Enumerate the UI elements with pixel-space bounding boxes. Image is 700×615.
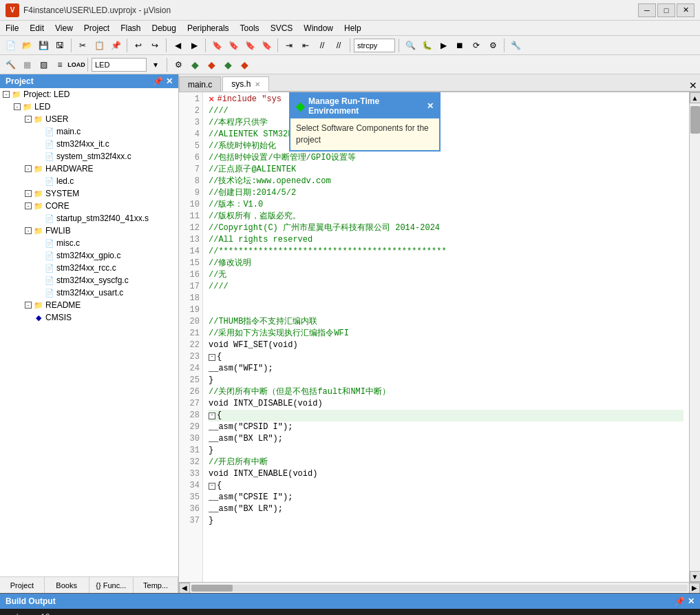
- project-tab----func---[interactable]: {} Func...: [89, 577, 134, 593]
- tab-sys-h-close[interactable]: ✕: [255, 81, 260, 88]
- tree-expand-btn[interactable]: -: [25, 116, 32, 123]
- tree-item[interactable]: 📄startup_stm32f40_41xx.s: [0, 212, 178, 225]
- options-button[interactable]: ⚙: [485, 38, 500, 53]
- rebuild-button[interactable]: ▨: [36, 57, 51, 72]
- scroll-right-arrow[interactable]: ▶: [689, 583, 700, 594]
- tooltip-close-icon[interactable]: ✕: [427, 101, 434, 111]
- open-button[interactable]: 📂: [19, 38, 34, 53]
- target-dropdown[interactable]: ▾: [148, 57, 163, 72]
- tree-item[interactable]: -📁USER: [0, 113, 178, 125]
- save-button[interactable]: 💾: [36, 38, 51, 53]
- comment-button[interactable]: //: [315, 38, 330, 53]
- bookmark2-button[interactable]: 🔖: [226, 38, 241, 53]
- unindent-button[interactable]: ⇤: [298, 38, 313, 53]
- tree-item[interactable]: -📁CORE: [0, 200, 178, 212]
- menu-item-flash[interactable]: Flash: [115, 22, 146, 34]
- tree-item[interactable]: 📄system_stm32f4xx.c: [0, 150, 178, 163]
- target-select[interactable]: [92, 58, 147, 72]
- tree-item[interactable]: -📁SYSTEM: [0, 187, 178, 200]
- version-ctrl-button[interactable]: ◆: [237, 57, 252, 72]
- tree-item[interactable]: -📁LED: [0, 101, 178, 113]
- code-expand-btn[interactable]: -: [209, 413, 215, 419]
- menu-item-window[interactable]: Window: [298, 22, 339, 34]
- forward-button[interactable]: ▶: [187, 38, 202, 53]
- tree-expand-btn[interactable]: -: [25, 190, 32, 197]
- save-all-button[interactable]: 🖫: [52, 38, 67, 53]
- close-editor-icon[interactable]: ✕: [689, 80, 697, 91]
- tree-item[interactable]: 📄main.c: [0, 125, 178, 138]
- tree-expand-btn[interactable]: -: [14, 103, 21, 110]
- menu-item-project[interactable]: Project: [78, 22, 115, 34]
- close-button[interactable]: ✕: [677, 3, 694, 17]
- indent-button[interactable]: ⇥: [282, 38, 297, 53]
- menu-item-tools[interactable]: Tools: [235, 22, 265, 34]
- copy-button[interactable]: 📋: [92, 38, 107, 53]
- pack-installer-button[interactable]: ◆: [220, 57, 235, 72]
- minimize-button[interactable]: ─: [638, 3, 656, 17]
- tree-item[interactable]: -📁Project: LED: [0, 88, 178, 101]
- menu-item-view[interactable]: View: [50, 22, 78, 34]
- redo-button[interactable]: ↪: [147, 38, 162, 53]
- tree-item[interactable]: 📄misc.c: [0, 237, 178, 249]
- editor-vscroll[interactable]: ▲ ▼: [689, 92, 700, 582]
- tree-item[interactable]: 📄stm32f4xx_it.c: [0, 138, 178, 150]
- target-options-button[interactable]: 🔨: [3, 57, 18, 72]
- manage-run-button[interactable]: ◆: [204, 57, 219, 72]
- tree-item[interactable]: -📁HARDWARE: [0, 163, 178, 175]
- debug-button[interactable]: 🐛: [419, 38, 434, 53]
- code-expand-btn[interactable]: -: [209, 354, 215, 361]
- target-options2-button[interactable]: ⚙: [171, 57, 186, 72]
- new-file-button[interactable]: 📄: [3, 38, 18, 53]
- project-pin-icon[interactable]: 📌: [153, 76, 163, 86]
- tree-item[interactable]: 📄stm32f4xx_syscfg.c: [0, 274, 178, 286]
- build-pin-icon[interactable]: 📌: [675, 596, 685, 606]
- editor-hscroll[interactable]: ◀ ▶: [179, 582, 700, 593]
- run-button[interactable]: ▶: [436, 38, 451, 53]
- scroll-left-arrow[interactable]: ◀: [179, 583, 190, 594]
- tree-item[interactable]: -📁README: [0, 299, 178, 311]
- tools-button[interactable]: 🔧: [508, 38, 523, 53]
- back-button[interactable]: ◀: [170, 38, 185, 53]
- paste-button[interactable]: 📌: [108, 38, 123, 53]
- tree-item[interactable]: -📁FWLIB: [0, 225, 178, 237]
- tree-item[interactable]: ◆CMSIS: [0, 311, 178, 324]
- bookmark3-button[interactable]: 🔖: [242, 38, 257, 53]
- scroll-thumb[interactable]: [690, 106, 700, 134]
- code-content[interactable]: ✕#include "sys//////本程序只供学//ALIENTEK STM…: [203, 92, 689, 582]
- menu-item-debug[interactable]: Debug: [147, 22, 182, 34]
- project-tab-books[interactable]: Books: [45, 577, 89, 593]
- menu-item-help[interactable]: Help: [339, 22, 367, 34]
- project-tab-temp---[interactable]: Temp...: [134, 577, 178, 593]
- search-input[interactable]: [354, 39, 395, 52]
- build-button[interactable]: ▦: [19, 57, 34, 72]
- maximize-button[interactable]: □: [657, 3, 675, 17]
- load-button[interactable]: LOAD: [69, 57, 84, 72]
- bookmark4-button[interactable]: 🔖: [259, 38, 274, 53]
- find-button[interactable]: 🔍: [403, 38, 418, 53]
- menu-item-peripherals[interactable]: Peripherals: [182, 22, 235, 34]
- tab-sys-h[interactable]: sys.h ✕: [222, 76, 269, 92]
- tree-item[interactable]: 📄stm32f4xx_usart.c: [0, 286, 178, 299]
- cut-button[interactable]: ✂: [75, 38, 90, 53]
- tree-expand-btn[interactable]: -: [3, 91, 10, 98]
- bookmark-button[interactable]: 🔖: [209, 38, 224, 53]
- project-tab-project[interactable]: Project: [0, 577, 45, 593]
- menu-item-file[interactable]: File: [0, 22, 24, 34]
- scroll-up-arrow[interactable]: ▲: [690, 92, 701, 103]
- tab-main-c[interactable]: main.c: [179, 76, 221, 92]
- hscroll-thumb[interactable]: [191, 585, 233, 592]
- build-close-icon[interactable]: ✕: [688, 596, 694, 606]
- batch-button[interactable]: ≡: [52, 57, 67, 72]
- tree-item[interactable]: 📄stm32f4xx_rcc.c: [0, 262, 178, 274]
- scroll-down-arrow[interactable]: ▼: [690, 571, 701, 582]
- undo-button[interactable]: ↩: [131, 38, 146, 53]
- code-expand-btn[interactable]: -: [209, 483, 215, 490]
- tree-item[interactable]: 📄led.c: [0, 175, 178, 187]
- tree-expand-btn[interactable]: -: [25, 227, 32, 234]
- uncomment-button[interactable]: //: [331, 38, 346, 53]
- menu-item-svcs[interactable]: SVCS: [265, 22, 299, 34]
- manage-env-button[interactable]: ◆: [187, 57, 202, 72]
- menu-item-edit[interactable]: Edit: [24, 22, 50, 34]
- project-close-icon[interactable]: ✕: [166, 76, 173, 86]
- reset-button[interactable]: ⟳: [469, 38, 484, 53]
